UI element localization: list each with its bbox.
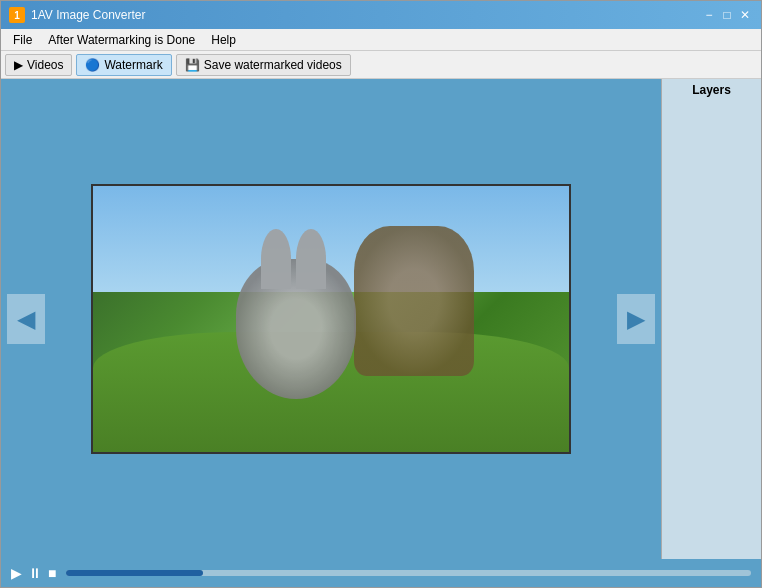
menu-after[interactable]: After Watermarking is Done — [40, 31, 203, 49]
videos-label: Videos — [27, 58, 63, 72]
video-placeholder — [93, 186, 569, 452]
save-label: Save watermarked videos — [204, 58, 342, 72]
save-button[interactable]: 💾 Save watermarked videos — [176, 54, 351, 76]
next-arrow[interactable]: ▶ — [617, 294, 655, 344]
bunny — [236, 259, 356, 399]
app-icon: 1 — [9, 7, 25, 23]
video-frame — [91, 184, 571, 454]
layers-panel: Layers — [661, 79, 761, 559]
progress-bar[interactable] — [66, 570, 751, 576]
restore-button[interactable]: □ — [719, 8, 735, 22]
title-bar: 1 1AV Image Converter − □ ✕ — [1, 1, 761, 29]
prev-arrow[interactable]: ◀ — [7, 294, 45, 344]
playback-bar: ▶ ⏸ ■ — [1, 559, 761, 587]
menu-bar: File After Watermarking is Done Help — [1, 29, 761, 51]
pause-button[interactable]: ⏸ — [28, 565, 42, 581]
watermark-label: Watermark — [104, 58, 162, 72]
main-area: ◀ ▶ Layers — [1, 79, 761, 559]
watermark-button[interactable]: 🔵 Watermark — [76, 54, 171, 76]
minimize-button[interactable]: − — [701, 8, 717, 22]
progress-fill — [66, 570, 203, 576]
toolbar: ▶ Videos 🔵 Watermark 💾 Save watermarked … — [1, 51, 761, 79]
videos-icon: ▶ — [14, 58, 23, 72]
title-controls: − □ ✕ — [701, 8, 753, 22]
menu-file[interactable]: File — [5, 31, 40, 49]
videos-button[interactable]: ▶ Videos — [5, 54, 72, 76]
watermark-icon: 🔵 — [85, 58, 100, 72]
tree-bg — [354, 226, 474, 376]
stop-button[interactable]: ■ — [48, 565, 56, 581]
title-bar-left: 1 1AV Image Converter — [9, 7, 146, 23]
video-container: ◀ ▶ — [1, 79, 661, 559]
menu-help[interactable]: Help — [203, 31, 244, 49]
title-text: 1AV Image Converter — [31, 8, 146, 22]
save-icon: 💾 — [185, 58, 200, 72]
play-button[interactable]: ▶ — [11, 565, 22, 581]
layers-title: Layers — [666, 83, 757, 97]
close-button[interactable]: ✕ — [737, 8, 753, 22]
